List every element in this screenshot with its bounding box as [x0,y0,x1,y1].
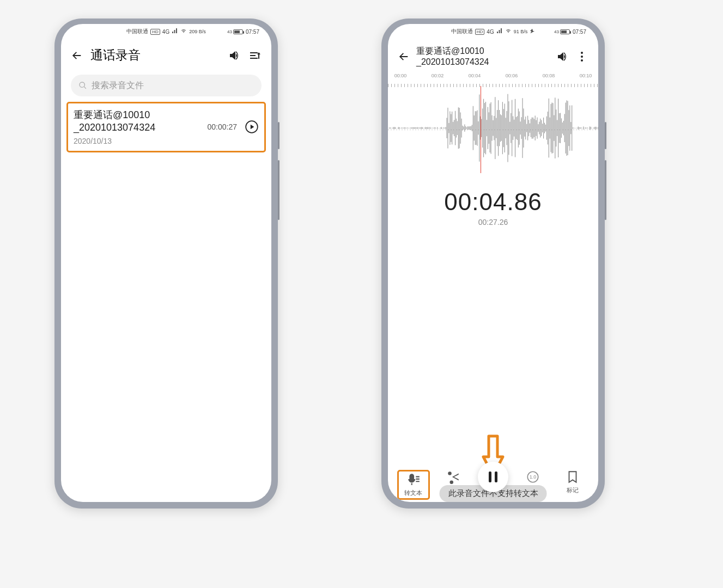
wave-svg [388,86,598,170]
search-input[interactable]: 搜索录音文件 [71,75,262,96]
time-ruler: 00:00 00:02 00:04 00:06 00:08 00:10 [388,73,598,86]
svg-point-2 [581,56,583,58]
total-time: 00:27.26 [388,218,598,226]
waveform[interactable] [388,86,598,173]
transcribe-label: 转文本 [404,489,422,497]
playhead[interactable] [481,86,481,173]
speaker-icon[interactable] [556,50,569,63]
more-icon[interactable] [575,50,588,63]
elapsed-time: 00:04.86 [388,188,598,216]
carrier-label: 中国联通 [126,28,148,35]
signal-icon [496,28,503,35]
speaker-icon[interactable] [228,49,241,62]
tick-label: 00:06 [503,73,520,86]
tick-label: 00:10 [578,73,594,86]
wifi-icon [180,28,187,35]
search-placeholder: 搜索录音文件 [92,80,144,91]
screen-left: 中国联通 HD 4G 209 B/s 43 07:57 [61,24,271,502]
carrier-label: 中国联通 [451,28,473,35]
sort-icon[interactable] [248,49,262,62]
network-label: 4G [162,29,169,35]
signal-icon [172,28,178,35]
tick-label: 00:08 [540,73,557,86]
phone-frame-right: 中国联通 HD 4G 91 B/s 43 07:57 [381,19,605,509]
recording-duration: 00:00:27 [208,122,238,131]
battery-icon: 43 [554,29,570,34]
hd-badge: HD [150,29,160,35]
recording-name-line2: _20201013074324 [74,121,203,134]
recording-date: 2020/10/13 [74,137,203,145]
search-icon [78,81,87,90]
page-title: 通话录音 [90,47,220,64]
play-icon[interactable] [245,120,259,134]
back-icon[interactable] [71,50,83,62]
trim-button[interactable] [437,470,470,486]
phone-frame-left: 中国联通 HD 4G 209 B/s 43 07:57 [54,19,278,509]
battery-icon: 43 [227,29,243,34]
side-button [605,160,606,220]
clock: 07:57 [573,29,586,35]
location-icon [530,28,535,35]
transcribe-button[interactable]: 转文本 [397,470,430,500]
recording-name-line1: 重要通话@10010 [74,109,203,121]
tick-label: 00:04 [466,73,483,86]
player-title-line2: _20201013074324 [416,57,549,68]
net-speed: 209 B/s [189,29,206,34]
scissors-icon [446,470,460,484]
screen-right: 中国联通 HD 4G 91 B/s 43 07:57 [388,24,598,502]
side-button [278,122,280,149]
player-title-line1: 重要通话@10010 [416,46,549,57]
pause-icon [489,471,497,482]
bookmark-label: 标记 [567,486,579,494]
svg-point-3 [581,59,583,62]
speed-icon: 1.0 [526,470,540,484]
tick-label: 00:00 [392,73,409,86]
bookmark-button[interactable]: 标记 [556,470,589,494]
app-header: 通话录音 [61,39,271,71]
pause-button[interactable] [478,462,508,492]
network-label: 4G [487,29,494,35]
player-header: 重要通话@10010 _20201013074324 [388,39,598,71]
bookmark-icon [566,470,580,484]
status-bar: 中国联通 HD 4G 209 B/s 43 07:57 [61,24,271,39]
wifi-icon [505,28,512,35]
svg-text:1.0: 1.0 [530,474,536,480]
speed-button[interactable]: 1.0 [517,470,549,486]
side-button [278,160,280,220]
back-icon[interactable] [398,51,410,63]
side-button [605,122,606,149]
hd-badge: HD [475,29,485,35]
transcribe-icon [406,473,421,487]
svg-point-1 [581,52,583,54]
status-bar: 中国联通 HD 4G 91 B/s 43 07:57 [388,24,598,39]
recording-item[interactable]: 重要通话@10010 _20201013074324 2020/10/13 00… [66,102,266,152]
tick-label: 00:02 [429,73,446,86]
clock: 07:57 [246,29,259,35]
net-speed: 91 B/s [514,29,528,34]
